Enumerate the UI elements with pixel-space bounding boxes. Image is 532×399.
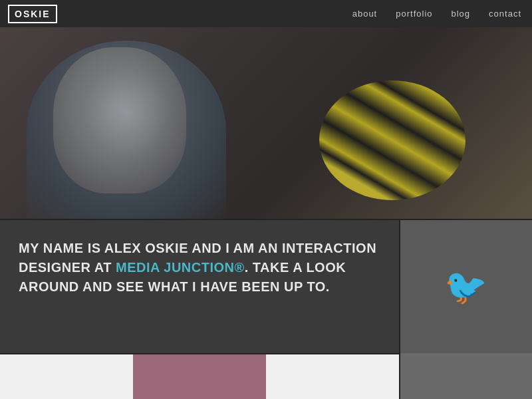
- bottom-gray-block: [399, 353, 532, 399]
- logo-box[interactable]: OSKIE: [8, 5, 57, 23]
- bio-text: MY NAME IS ALEX OSKIE AND I AM AN INTERA…: [19, 239, 380, 297]
- pink-block: [133, 353, 266, 399]
- hero-person-body: [27, 41, 226, 220]
- twitter-block[interactable]: 🐦: [399, 220, 532, 353]
- vertical-divider: [399, 220, 400, 399]
- nav-contact[interactable]: contact: [489, 9, 521, 19]
- logo: OSKIE: [15, 9, 51, 19]
- navbar: OSKIE about portfolio blog contact: [0, 0, 532, 27]
- content-grid: MY NAME IS ALEX OSKIE AND I AM AN INTERA…: [0, 220, 532, 399]
- nav-about[interactable]: about: [352, 9, 378, 19]
- nav-blog[interactable]: blog: [452, 9, 471, 19]
- bio-link[interactable]: MEDIA JUNCTION®: [116, 260, 245, 275]
- bio-block: MY NAME IS ALEX OSKIE AND I AM AN INTERA…: [0, 220, 399, 353]
- nav-portfolio[interactable]: portfolio: [396, 9, 432, 19]
- hero-skateboard: [319, 80, 466, 200]
- hero-background: [0, 27, 532, 220]
- horizontal-divider: [0, 353, 399, 354]
- twitter-icon: 🐦: [444, 267, 487, 307]
- hero-section: [0, 27, 532, 220]
- nav-links: about portfolio blog contact: [352, 9, 521, 19]
